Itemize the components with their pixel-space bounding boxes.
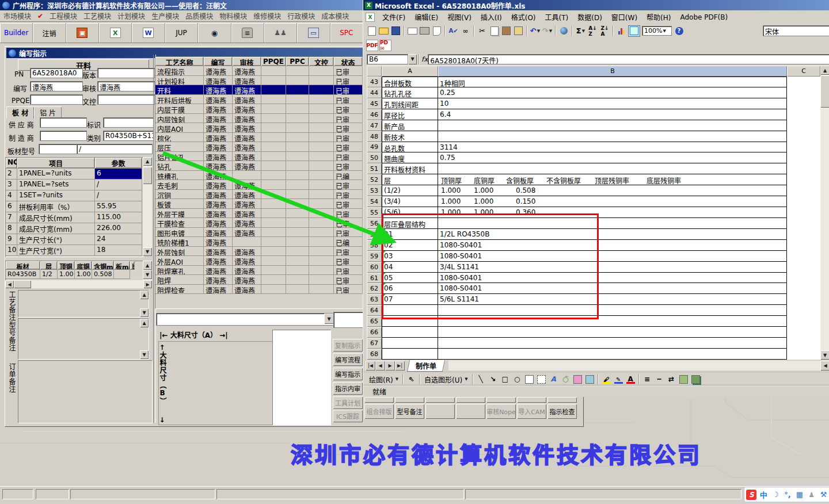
3d-icon[interactable]	[690, 374, 701, 384]
row-header[interactable]: 58	[367, 240, 382, 251]
cell-C68[interactable]	[787, 349, 820, 360]
cell-A49[interactable]: 总孔数	[382, 142, 438, 153]
cell-B65[interactable]	[438, 316, 787, 327]
cell-B52[interactable]: 顶铜厚底铜厚含铜板厚不含铜板厚顶层残铜率底层残铜率	[438, 174, 787, 185]
row-header[interactable]: 51	[367, 163, 382, 174]
cell-B43[interactable]: 1种相同	[438, 77, 787, 87]
builder-menu-item[interactable]: 品质模块	[185, 11, 213, 21]
cell-B46[interactable]: 6.4	[438, 109, 787, 120]
spelling-icon[interactable]: A✔	[448, 26, 459, 36]
print-preview-icon[interactable]	[431, 26, 442, 36]
sheet-tab[interactable]: 制作单	[407, 360, 445, 372]
table-row[interactable]: 10生产尺寸宽(")18	[6, 245, 143, 256]
db-toolbar-icon[interactable]: ≡	[231, 23, 264, 43]
cell-C63[interactable]	[787, 294, 820, 305]
process-row[interactable]: 铣槽孔谭海燕已编	[155, 171, 364, 181]
row-header[interactable]: 54	[367, 196, 382, 207]
excel-menu-item[interactable]: Adobe PDF(B)	[676, 12, 732, 23]
supplier-field[interactable]	[40, 117, 87, 128]
parameter-table-scrollbar[interactable]: ▲ ▼	[143, 157, 152, 256]
chart-wizard-icon[interactable]	[616, 26, 627, 36]
soft-keyboard-icon[interactable]: ▦	[794, 490, 805, 500]
cell-C46[interactable]	[787, 109, 820, 120]
side-list-box[interactable]	[333, 312, 366, 328]
user-icon[interactable]: ♟	[807, 490, 817, 500]
search-icon[interactable]: ∞	[460, 26, 471, 36]
side-button[interactable]: 编写指示	[333, 368, 363, 380]
save-icon[interactable]	[390, 26, 401, 36]
row-header[interactable]: 55	[367, 207, 382, 218]
chinese-mode-icon[interactable]: 中	[758, 490, 769, 500]
side-button[interactable]: 指示内审	[333, 382, 363, 395]
process-combobox[interactable]: ▼	[156, 313, 334, 326]
row-header[interactable]: 44	[367, 87, 382, 98]
mark-field[interactable]	[103, 117, 154, 128]
mail-icon[interactable]	[407, 26, 418, 36]
cell-B54[interactable]: 1.0001.0000.150	[438, 196, 787, 207]
open-icon[interactable]	[378, 26, 389, 36]
builder-menu-item[interactable]: 行政模块	[287, 11, 315, 21]
builder-menu-item[interactable]: 工艺模块	[83, 11, 111, 21]
cell-C50[interactable]	[787, 152, 820, 163]
row-header[interactable]: 60	[367, 262, 382, 273]
table-row[interactable]: R04350B1/21.001.000.508	[6, 270, 143, 279]
cell-C44[interactable]	[787, 87, 820, 98]
row-header[interactable]: 66	[367, 327, 382, 338]
cell-A65[interactable]	[382, 316, 438, 327]
cell-C66[interactable]	[787, 327, 820, 338]
tab-next-icon[interactable]: ▶	[385, 361, 395, 371]
version-field[interactable]	[97, 68, 155, 78]
cell-C55[interactable]	[787, 207, 820, 218]
process-row[interactable]: 板镀谭海燕谭海燕已审	[155, 199, 364, 209]
cell-B67[interactable]	[438, 338, 787, 349]
line-icon[interactable]: ╲	[476, 374, 486, 384]
sogou-icon[interactable]: S	[746, 490, 756, 500]
bottom-button[interactable]: 指示检查	[547, 404, 577, 419]
hyperlink-icon[interactable]	[558, 26, 569, 36]
cell-B64[interactable]	[438, 305, 787, 316]
board-table-scrollbar[interactable]: ▲ ▼	[143, 261, 152, 280]
builder-menu-item[interactable]: 物料模块	[219, 11, 247, 21]
sheet-hscrollbar[interactable]	[448, 361, 820, 371]
cell-B44[interactable]: 0.25	[438, 87, 787, 98]
row-header[interactable]: 61	[367, 273, 382, 284]
formula-input[interactable]: 6A528018A0(7天件)	[428, 54, 829, 64]
process-row[interactable]: 阻焊检查谭海燕谭海燕已审	[155, 285, 364, 295]
process-row[interactable]: 外层蚀刻谭海燕谭海燕已审	[155, 247, 364, 257]
word-toolbar-icon[interactable]: W	[132, 23, 165, 43]
process-row[interactable]: 去毛刺谭海燕谭海燕已审	[155, 180, 364, 190]
cell-A63[interactable]: 07	[382, 294, 438, 305]
board-table-hscrollbar[interactable]: ◀ ▶	[5, 280, 152, 288]
cell-B66[interactable]	[438, 327, 787, 338]
cut-icon[interactable]: ✂	[477, 26, 488, 36]
row-header[interactable]: 68	[367, 349, 382, 360]
print-icon[interactable]	[419, 26, 430, 36]
drawing-icon[interactable]	[628, 25, 640, 37]
redo-icon[interactable]: ↷▼	[542, 26, 553, 36]
row-header[interactable]: 64	[367, 305, 382, 316]
tab-last-icon[interactable]: ▶|	[395, 361, 405, 371]
row-header[interactable]: 46	[367, 109, 382, 120]
cell-B49[interactable]: 3114	[438, 142, 787, 153]
process-row[interactable]: 内层蚀刻谭海燕谭海燕已审	[155, 114, 364, 124]
row-header[interactable]: 63	[367, 294, 382, 305]
arrow-style-icon[interactable]: ⇄	[666, 374, 677, 384]
cell-B55[interactable]: 1.0001.0000.360	[438, 207, 787, 218]
process-row[interactable]: 棕化谭海燕谭海燕已审	[155, 133, 364, 143]
dash-style-icon[interactable]: ┅	[654, 374, 665, 384]
process-row[interactable]: 内层干膜谭海燕谭海燕已审	[155, 104, 364, 114]
cell-B51[interactable]	[438, 163, 787, 174]
row-header[interactable]: 65	[367, 316, 382, 327]
help-icon[interactable]: ?	[674, 26, 685, 36]
cell-A59[interactable]: 03	[382, 251, 438, 262]
cell-C49[interactable]	[787, 142, 820, 153]
cell-C47[interactable]	[787, 120, 820, 131]
cell-C61[interactable]	[787, 273, 820, 284]
zoom-dropdown-icon[interactable]: ▼	[663, 29, 666, 33]
row-header[interactable]: 50	[367, 152, 382, 163]
column-header-A[interactable]: A	[382, 66, 438, 77]
boardtype-extra-field[interactable]: /	[77, 144, 153, 154]
process-row[interactable]: 钻孔谭海燕谭海燕已审	[155, 161, 364, 171]
sort-asc-icon[interactable]: A↓Z	[587, 26, 598, 36]
table-row[interactable]: 41SET=?units/	[6, 190, 143, 201]
